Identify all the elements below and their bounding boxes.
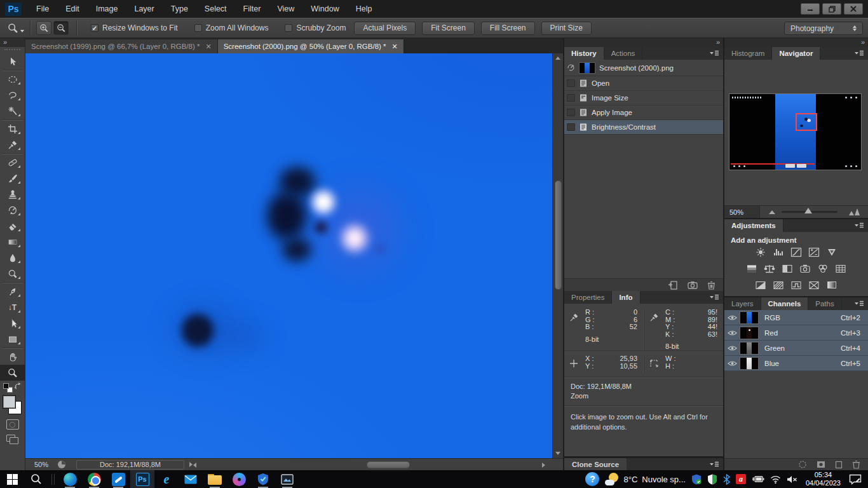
close-tab-icon[interactable]: ✕: [205, 43, 211, 50]
scroll-right-icon[interactable]: [542, 463, 545, 468]
curves-icon[interactable]: [789, 246, 804, 258]
document-size-field[interactable]: Doc: 192,1M/88,8M: [76, 460, 184, 470]
taskbar-app-photoshop[interactable]: Ps: [130, 470, 154, 488]
channel-thumbnail[interactable]: [740, 311, 759, 324]
volume-muted-icon[interactable]: [787, 475, 797, 484]
history-source-well[interactable]: [567, 94, 575, 102]
foreground-color-swatch[interactable]: [3, 395, 16, 409]
posterize-icon[interactable]: [771, 279, 787, 291]
navigator-preview[interactable]: [729, 93, 862, 170]
taskbar-app-media[interactable]: [227, 470, 251, 488]
scroll-up-icon[interactable]: [555, 57, 560, 60]
channel-row-rgb[interactable]: RGB Ctrl+2: [724, 310, 868, 325]
exposure-icon[interactable]: [806, 246, 822, 258]
fit-screen-button[interactable]: Fit Screen: [422, 22, 475, 35]
lasso-tool[interactable]: [0, 87, 25, 103]
threshold-icon[interactable]: [789, 279, 804, 291]
zoom-level[interactable]: 50%: [34, 461, 57, 468]
menu-filter[interactable]: Filter: [235, 0, 269, 18]
status-menu-arrow-icon[interactable]: [189, 462, 193, 467]
vibrance-icon[interactable]: [824, 246, 840, 258]
zoom-tool[interactable]: [0, 365, 25, 381]
quick-mask-button[interactable]: [6, 419, 19, 430]
history-step-apply-image[interactable]: Apply Image: [564, 105, 723, 120]
close-tab-icon[interactable]: ✕: [392, 43, 398, 50]
dock-header[interactable]: »: [724, 38, 868, 47]
zoom-out-small-icon[interactable]: [769, 210, 775, 214]
visibility-toggle[interactable]: [724, 330, 740, 336]
vertical-scrollbar[interactable]: [552, 53, 563, 458]
channel-thumbnail[interactable]: [740, 327, 759, 339]
tab-paths[interactable]: Paths: [808, 297, 841, 310]
gradient-map-icon[interactable]: [806, 279, 822, 291]
navigator-zoom-field[interactable]: 50%: [724, 206, 760, 218]
taskbar-app-mail[interactable]: [179, 470, 203, 488]
delete-trash-icon[interactable]: [707, 281, 715, 290]
battery-icon[interactable]: [752, 475, 764, 483]
dock-header[interactable]: »: [564, 38, 723, 47]
elliptical-marquee-tool[interactable]: [0, 71, 25, 87]
print-size-button[interactable]: Print Size: [541, 22, 592, 35]
brush-tool[interactable]: [0, 170, 25, 186]
panel-menu-icon[interactable]: [854, 301, 864, 307]
start-button[interactable]: [0, 470, 24, 488]
channel-row-red[interactable]: Red Ctrl+3: [724, 325, 868, 341]
panel-menu-icon[interactable]: [854, 50, 864, 57]
defender-shield-icon[interactable]: [707, 474, 717, 485]
save-selection-icon[interactable]: [817, 461, 825, 468]
channel-thumbnail[interactable]: [740, 342, 759, 355]
black-white-icon[interactable]: [780, 262, 796, 274]
taskbar-weather[interactable]: 8°C Nuvole sp...: [605, 473, 685, 485]
levels-icon[interactable]: [771, 246, 787, 258]
tab-actions[interactable]: Actions: [604, 47, 643, 60]
brightness-contrast-icon[interactable]: [753, 246, 769, 258]
history-source-well[interactable]: [567, 79, 575, 87]
horizontal-scroll-thumb[interactable]: [367, 461, 410, 468]
history-brush-tool[interactable]: [0, 202, 25, 218]
bluetooth-icon[interactable]: [723, 474, 730, 485]
delete-trash-icon[interactable]: [852, 460, 860, 469]
zoom-in-toggle[interactable]: [36, 21, 51, 35]
screen-mode-button[interactable]: [6, 435, 19, 445]
document-tab-2000[interactable]: Screenshot (2000).png @ 50% (Layer 0, RG…: [218, 39, 404, 53]
zoom-in-large-icon[interactable]: [849, 208, 860, 215]
dodge-tool[interactable]: [0, 266, 25, 281]
history-step-brightness-contrast[interactable]: Brightness/Contrast: [564, 120, 723, 135]
tab-channels[interactable]: Channels: [761, 297, 809, 310]
help-icon[interactable]: ?: [585, 472, 599, 486]
taskbar-app-rocket[interactable]: [106, 470, 130, 488]
path-selection-tool[interactable]: [0, 315, 25, 331]
selective-color-icon[interactable]: [824, 279, 840, 291]
tab-adjustments[interactable]: Adjustments: [724, 219, 783, 232]
clone-source-panel-header[interactable]: Clone Source: [564, 458, 723, 470]
restore-button[interactable]: [822, 3, 841, 15]
new-document-from-state-icon[interactable]: [668, 281, 678, 290]
document-canvas[interactable]: [25, 53, 552, 458]
taskbar-app-chrome[interactable]: [82, 470, 106, 488]
history-step-open[interactable]: Open: [564, 76, 723, 91]
panel-menu-icon[interactable]: [709, 294, 719, 301]
new-channel-icon[interactable]: [835, 461, 843, 469]
visibility-toggle[interactable]: [724, 315, 740, 321]
navigator-zoom-slider[interactable]: [782, 211, 837, 213]
eyedropper-tool[interactable]: [0, 137, 25, 152]
taskbar-app-edge[interactable]: [58, 470, 82, 488]
tab-history[interactable]: History: [564, 47, 604, 60]
load-selection-icon[interactable]: [798, 460, 807, 469]
history-source-well[interactable]: [567, 123, 575, 131]
navigator-proxy-view-box[interactable]: [796, 113, 817, 131]
actual-pixels-button[interactable]: Actual Pixels: [354, 22, 416, 35]
taskbar-app-security[interactable]: [251, 470, 275, 488]
move-tool[interactable]: [0, 53, 25, 69]
zoom-out-toggle[interactable]: [53, 21, 69, 35]
menu-help[interactable]: Help: [348, 0, 381, 18]
tab-properties[interactable]: Properties: [564, 291, 612, 304]
menu-image[interactable]: Image: [88, 0, 126, 18]
tab-navigator[interactable]: Navigator: [772, 47, 820, 60]
vertical-type-tool[interactable]: ↓T: [0, 299, 25, 315]
rectangle-tool[interactable]: [0, 331, 25, 347]
vertical-scroll-thumb[interactable]: [555, 180, 562, 290]
current-tool-indicator[interactable]: [8, 23, 24, 34]
eraser-tool[interactable]: [0, 218, 25, 234]
wifi-icon[interactable]: [770, 475, 781, 484]
